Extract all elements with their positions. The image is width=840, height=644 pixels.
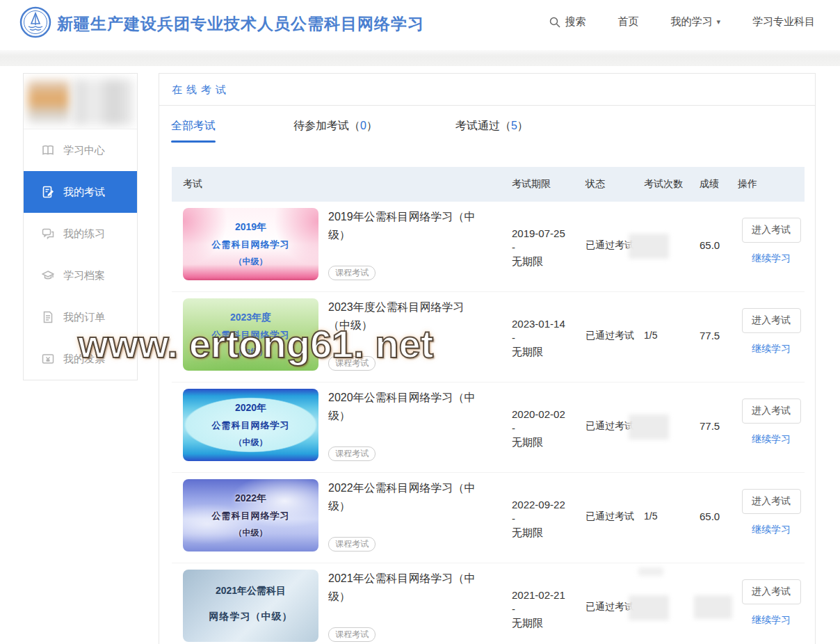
table-header-row: 考试 考试期限 状态 考试次数 成绩 操作 — [172, 167, 805, 202]
enter-exam-button[interactable]: 进入考试 — [742, 489, 801, 514]
period-separator: - — [512, 512, 585, 526]
table-row: 2022年 公需科目网络学习 （中级） 2022年公需科目网络学习（中级） 课程… — [172, 473, 805, 563]
tab-count: 5 — [511, 120, 517, 131]
course-exam-tag: 课程考试 — [328, 266, 375, 280]
continue-learning-link[interactable]: 继续学习 — [752, 524, 791, 536]
period-start: 2019-07-25 — [512, 227, 585, 241]
site-logo-icon[interactable] — [19, 6, 51, 38]
tab-all-exams[interactable]: 全部考试 — [171, 119, 216, 143]
attempts-text: 1/5 — [644, 330, 657, 341]
exam-period-cell: 2019-07-25 - 无期限 — [512, 202, 585, 291]
exam-tabs: 全部考试 待参加考试（0） 考试通过（5） — [159, 106, 815, 143]
panel-title: 在线考试 — [159, 74, 815, 106]
period-start: 2021-02-21 — [512, 588, 585, 602]
exam-thumbnail[interactable]: 2020年 公需科目网络学习 （中级） — [183, 389, 318, 461]
thumbnail-text: 公需科目网络学习 — [212, 510, 290, 522]
sidebar-item-my-invoices[interactable]: 我的发票 — [24, 338, 137, 380]
col-header-exam: 考试 — [172, 178, 512, 191]
exam-cell: 2020年 公需科目网络学习 （中级） 2020年公需科目网络学习（中级） 课程… — [172, 383, 512, 472]
col-header-attempts: 考试次数 — [644, 178, 700, 191]
nav-home[interactable]: 首页 — [617, 15, 638, 29]
status-text: 已通过考试 — [585, 420, 634, 431]
sidebar-item-learning-center[interactable]: 学习中心 — [24, 129, 137, 171]
exam-cell: 2019年 公需科目网络学习 （中级） 2019年公需科目网络学习（中级） 课程… — [172, 202, 512, 291]
thumbnail-text: 2019年 — [235, 221, 266, 234]
exam-info: 2023年度公需科目网络学习（中级） 课程考试 — [328, 298, 481, 371]
attempts-blur — [629, 414, 669, 440]
exam-thumbnail[interactable]: 2023年度 公需科目网络学习 （中级） — [183, 298, 318, 371]
period-start: 2023-01-14 — [512, 317, 585, 331]
enter-exam-button[interactable]: 进入考试 — [742, 399, 801, 424]
exam-attempts-cell: 1/5 — [644, 473, 700, 563]
status-text: 已通过考试 — [585, 330, 634, 341]
exam-info: 2022年公需科目网络学习（中级） 课程考试 — [328, 479, 481, 552]
online-exam-panel: 在线考试 全部考试 待参加考试（0） 考试通过（5） 考试 考试期限 状态 考试… — [159, 73, 816, 644]
exam-thumbnail[interactable]: 2022年 公需科目网络学习 （中级） — [183, 479, 318, 552]
book-icon — [42, 144, 54, 156]
sidebar-item-my-practice[interactable]: 我的练习 — [24, 213, 137, 255]
nav-my-learning-label: 我的学习 — [670, 15, 712, 29]
period-end: 无期限 — [512, 616, 585, 630]
sidebar-item-my-orders[interactable]: 我的订单 — [24, 296, 137, 338]
thumbnail-text: （中级） — [234, 527, 268, 539]
tab-passed-exams[interactable]: 考试通过（5） — [455, 119, 528, 143]
attempts-blur — [629, 595, 669, 620]
enter-exam-button[interactable]: 进入考试 — [742, 579, 801, 604]
exam-table-body: 2019年 公需科目网络学习 （中级） 2019年公需科目网络学习（中级） 课程… — [172, 202, 805, 644]
tab-pending-exams[interactable]: 待参加考试（0） — [293, 119, 378, 143]
tab-paren: （ — [349, 120, 360, 131]
active-tab-underline — [171, 140, 216, 143]
course-exam-tag: 课程考试 — [328, 627, 375, 642]
tab-paren: （ — [500, 120, 511, 131]
nav-my-learning[interactable]: 我的学习 ▾ — [670, 15, 720, 29]
period-end: 无期限 — [512, 345, 585, 359]
exam-title: 2021年公需科目网络学习（中级） — [328, 570, 481, 606]
thumbnail-text: 公需科目网络学习 — [212, 239, 290, 251]
exam-pencil-icon — [42, 186, 54, 198]
score-text: 77.5 — [700, 420, 720, 432]
tab-label: 待参加考试 — [293, 120, 349, 131]
period-separator: - — [512, 602, 585, 616]
invoice-icon — [42, 353, 54, 365]
thumbnail-text: 2020年 — [235, 402, 266, 414]
order-document-icon — [42, 311, 54, 323]
exam-thumbnail[interactable]: 2021年公需科目 网络学习（中级） — [183, 570, 318, 642]
graduation-cap-icon — [42, 269, 54, 282]
col-header-score: 成绩 — [700, 178, 738, 191]
nav-search[interactable]: 搜索 — [549, 15, 585, 29]
course-exam-tag: 课程考试 — [328, 446, 375, 461]
sidebar-item-learning-archive[interactable]: 学习档案 — [24, 255, 137, 296]
enter-exam-button[interactable]: 进入考试 — [742, 308, 801, 333]
top-header: 新疆生产建设兵团专业技术人员公需科目网络学习 搜索 首页 我的学习 ▾ 学习专业… — [0, 0, 840, 50]
continue-learning-link[interactable]: 继续学习 — [752, 433, 791, 446]
exam-score-cell: 65.0 — [700, 202, 738, 291]
enter-exam-button[interactable]: 进入考试 — [742, 218, 801, 243]
exam-title: 2022年公需科目网络学习（中级） — [328, 479, 481, 515]
exam-attempts-cell — [644, 202, 700, 291]
continue-learning-link[interactable]: 继续学习 — [752, 614, 791, 627]
tab-paren: ） — [517, 120, 528, 131]
avatar-blurred-photo — [28, 81, 70, 124]
exam-info: 2019年公需科目网络学习（中级） 课程考试 — [328, 208, 481, 280]
table-row: 2023年度 公需科目网络学习 （中级） 2023年度公需科目网络学习（中级） … — [172, 292, 805, 383]
course-exam-tag: 课程考试 — [328, 537, 375, 552]
nav-professional-subjects[interactable]: 学习专业科目 — [752, 15, 815, 29]
exam-cell: 2022年 公需科目网络学习 （中级） 2022年公需科目网络学习（中级） 课程… — [172, 473, 512, 563]
sidebar-item-label: 学习中心 — [63, 144, 105, 157]
exam-period-cell: 2021-02-21 - 无期限 — [512, 563, 585, 644]
sidebar-item-label: 我的考试 — [63, 186, 105, 199]
user-avatar — [24, 74, 137, 129]
site-title: 新疆生产建设兵团专业技术人员公需科目网络学习 — [57, 13, 424, 35]
exam-score-cell: 77.5 — [700, 292, 738, 382]
thumbnail-text: （中级） — [234, 437, 268, 449]
nav-professional-subjects-label: 学习专业科目 — [752, 15, 815, 29]
sidebar: 学习中心 我的考试 我的练习 学习档案 我的订单 我的发票 — [23, 73, 138, 380]
continue-learning-link[interactable]: 继续学习 — [752, 343, 791, 355]
exam-actions-cell: 进入考试 继续学习 — [738, 202, 805, 291]
continue-learning-link[interactable]: 继续学习 — [752, 252, 791, 265]
sidebar-menu: 学习中心 我的考试 我的练习 学习档案 我的订单 我的发票 — [24, 129, 137, 380]
sidebar-item-my-exams[interactable]: 我的考试 — [24, 171, 137, 213]
period-separator: - — [512, 331, 585, 345]
exam-thumbnail[interactable]: 2019年 公需科目网络学习 （中级） — [183, 208, 318, 280]
exam-score-cell: 65.0 — [700, 473, 738, 563]
